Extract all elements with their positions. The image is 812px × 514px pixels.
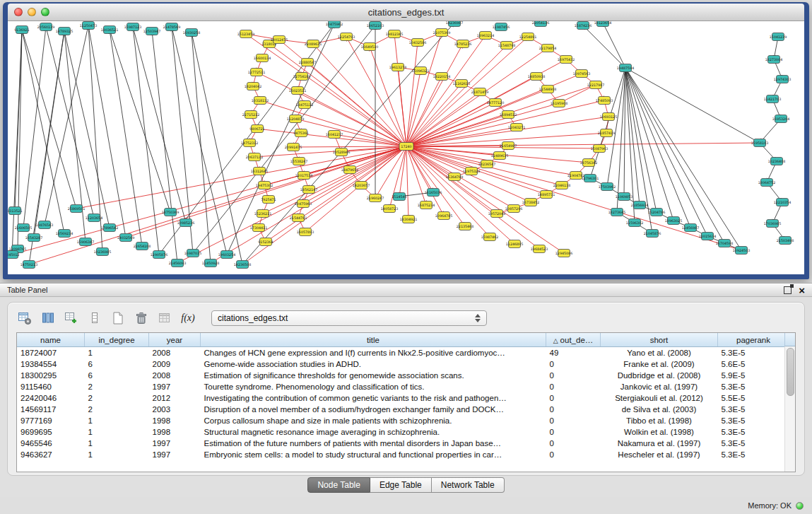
citation-edge-black[interactable]	[625, 68, 707, 236]
function-builder-button[interactable]: f(x)	[178, 309, 198, 327]
memory-status-led-icon	[796, 502, 804, 510]
citation-edge-black[interactable]	[607, 68, 625, 187]
citation-edge-red[interactable]	[406, 48, 548, 146]
table-row[interactable]: 969969511998Structural magnetic resonanc…	[17, 426, 789, 438]
network-window-titlebar[interactable]: citations_edges.txt	[8, 4, 804, 21]
column-header-short[interactable]: short	[601, 333, 718, 347]
table-row[interactable]: 1872400712008Changes of HCN gene express…	[17, 347, 789, 359]
citation-edge-red[interactable]	[177, 146, 406, 263]
citation-edge-black[interactable]	[583, 25, 625, 68]
citation-edge-black[interactable]	[64, 31, 110, 228]
citation-edge-red[interactable]	[406, 92, 480, 146]
citation-edge-red[interactable]	[406, 33, 442, 146]
citation-edge-red[interactable]	[334, 134, 406, 146]
graph-node-label: 18479652	[341, 168, 358, 172]
citation-edge-black[interactable]	[110, 30, 170, 212]
citation-edge-red[interactable]	[406, 146, 490, 237]
scrollbar-thumb[interactable]	[787, 348, 794, 396]
column-header-pagerank[interactable]: pagerank	[718, 333, 789, 347]
cell-title: Changes of HCN gene expression and I(f) …	[201, 347, 546, 359]
column-header-year[interactable]: year	[149, 333, 201, 347]
citation-edge-red[interactable]	[406, 37, 528, 146]
graph-node-label: 10693125	[600, 115, 617, 119]
table-settings-button[interactable]	[15, 309, 35, 327]
citation-edge-red[interactable]	[266, 146, 406, 242]
graph-node-label: 11596302	[626, 221, 643, 225]
citation-edge-black[interactable]	[227, 24, 334, 255]
citation-edge-red[interactable]	[29, 146, 406, 264]
citation-edge-red[interactable]	[246, 34, 406, 146]
new-file-button[interactable]	[108, 309, 128, 327]
citation-edge-red[interactable]	[406, 83, 461, 146]
minimize-window-button[interactable]	[28, 8, 36, 16]
graph-node-label: 19812345	[386, 33, 403, 36]
citation-edge-red[interactable]	[399, 146, 406, 197]
citation-edge-red[interactable]	[406, 89, 548, 146]
cell-year: 2009	[149, 358, 201, 370]
cell-out_degree: 49	[546, 347, 601, 359]
cell-name: 9699695	[17, 426, 85, 438]
citation-edge-black[interactable]	[625, 68, 657, 212]
delete-button[interactable]	[131, 309, 151, 327]
table-row[interactable]: 946554611997Estimation of the future num…	[17, 438, 789, 449]
citation-edge-red[interactable]	[406, 76, 442, 146]
citation-edge-red[interactable]	[293, 146, 406, 147]
cell-title: Embryonic stem cells: a model to study s…	[201, 449, 546, 460]
table-row[interactable]: 1456911722003Disruption of a novel membe…	[17, 404, 789, 415]
citation-edge-red[interactable]	[76, 146, 406, 209]
citation-edge-black[interactable]	[12, 30, 22, 255]
table-row[interactable]: 977716911998Corpus callosum shape and si…	[17, 415, 789, 426]
citation-edge-black[interactable]	[192, 33, 242, 264]
citation-edge-red[interactable]	[406, 143, 760, 146]
table-panel-header[interactable]: Table Panel ×	[0, 283, 812, 297]
table-row[interactable]: 911546021997Tourette syndrome. Phenomeno…	[17, 381, 789, 392]
graph-node-label: 14785236	[454, 42, 471, 46]
citation-edge-black[interactable]	[88, 25, 126, 238]
graph-node-label: 17896542	[101, 226, 118, 230]
citation-edge-black[interactable]	[23, 27, 46, 228]
column-header-in-degree[interactable]: in_degree	[85, 333, 149, 347]
citation-edge-black[interactable]	[603, 23, 625, 68]
graph-node-label: 22179854	[539, 47, 556, 50]
column-header-title[interactable]: title	[201, 333, 546, 347]
import-table-button[interactable]	[155, 309, 175, 327]
citation-edge-black[interactable]	[22, 30, 76, 209]
citation-edge-red[interactable]	[406, 146, 539, 249]
citation-edge-red[interactable]	[346, 37, 406, 146]
zoom-window-button[interactable]	[41, 8, 49, 16]
citation-edge-red[interactable]	[406, 103, 559, 146]
citation-edge-black[interactable]	[22, 30, 64, 233]
column-chooser-button[interactable]	[85, 309, 105, 327]
table-row[interactable]: 946362711997Embryonic stem cells: a mode…	[17, 449, 789, 460]
citation-edge-red[interactable]	[406, 146, 741, 250]
close-window-button[interactable]	[14, 8, 23, 16]
tab-node-table[interactable]: Node Table	[307, 477, 370, 493]
float-panel-icon[interactable]	[784, 286, 792, 294]
citation-edge-red[interactable]	[242, 146, 406, 264]
graph-node-label: 10857296	[505, 207, 522, 211]
citation-edge-black[interactable]	[133, 27, 186, 223]
graph-node-label: 18220154	[433, 75, 450, 78]
citation-edge-red[interactable]	[260, 100, 406, 146]
column-header-name[interactable]: name	[17, 333, 85, 347]
tab-edge-table[interactable]: Edge Table	[370, 477, 432, 493]
close-panel-icon[interactable]: ×	[799, 285, 805, 296]
column-header-out-degree[interactable]: △out_de…	[546, 333, 601, 347]
citation-edge-red[interactable]	[298, 90, 406, 146]
network-canvas[interactable]: 1724013180121660013412772511182040421031…	[8, 21, 804, 274]
table-row[interactable]: 2242004622012Investigating the contribut…	[17, 392, 789, 404]
network-file-select[interactable]: citations_edges.txt	[211, 310, 487, 326]
vertical-scrollbar[interactable]	[784, 346, 795, 472]
table-row[interactable]: 1830029562008Estimation of significance …	[17, 370, 789, 381]
show-columns-button[interactable]	[38, 309, 58, 327]
cell-name: 9463627	[17, 449, 85, 460]
citation-edge-red[interactable]	[12, 146, 406, 255]
tab-network-table[interactable]: Network Table	[432, 477, 505, 493]
graph-node-label: 22715212	[242, 113, 259, 117]
create-column-button[interactable]	[61, 309, 81, 327]
citation-edge-red[interactable]	[406, 146, 408, 219]
citation-edge-black[interactable]	[18, 30, 22, 249]
table-row[interactable]: 1938455462009Genome-wide association stu…	[17, 358, 789, 370]
graph-node-label: 14750213	[20, 263, 37, 267]
graph-node-label: 21654987	[500, 144, 517, 148]
